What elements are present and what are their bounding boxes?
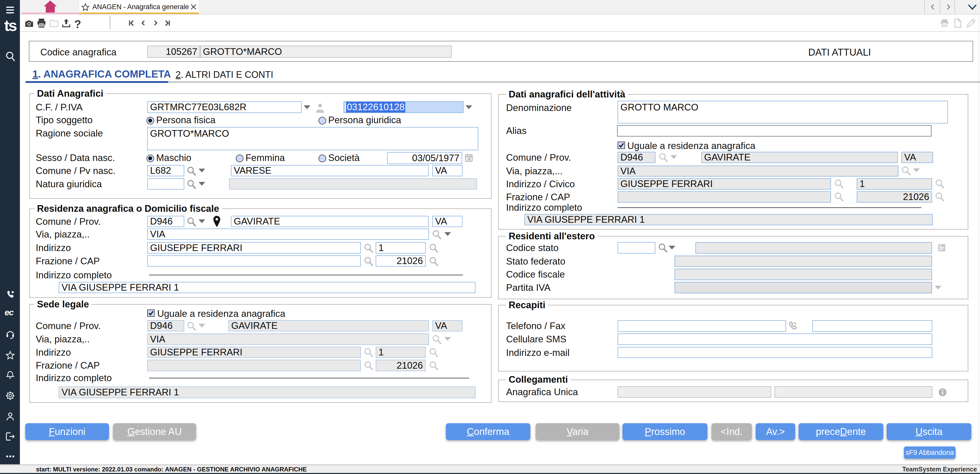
svg-text:3: 3	[468, 157, 470, 161]
svg-text:PDF: PDF	[942, 24, 947, 27]
